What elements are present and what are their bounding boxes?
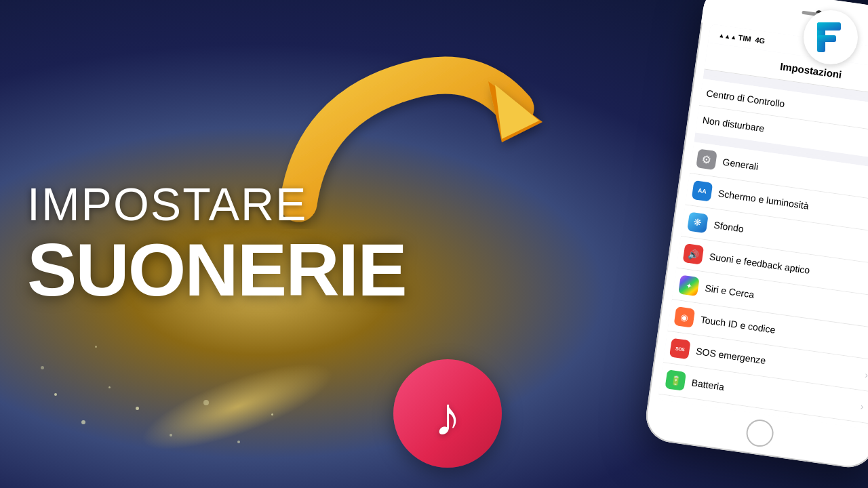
schermo-icon: AA [692,180,713,202]
home-button[interactable] [745,418,775,449]
sos-icon: SOS [669,338,691,360]
impostare-label: IMPOSTARE [27,181,406,227]
main-text-block: IMPOSTARE SUONERIE [27,181,406,307]
network-type: 4G [755,36,766,45]
generali-icon: ⚙ [696,148,717,170]
itunes-logo: ♪ [393,359,502,468]
chevron-icon: › [860,401,865,411]
carrier-name: TIM [738,33,751,43]
carrier-signal: ▲▲▲ TIM 4G [718,30,766,45]
logo-f-icon [810,17,851,58]
iphone-screen: ▲▲▲ TIM 4G 13:36 ▊▊ ⬡ Impostazioni C [658,24,868,429]
sfondo-icon: ❋ [687,211,709,233]
signal-bars: ▲▲▲ [718,32,738,41]
brand-logo [804,10,858,64]
touchid-icon: ◉ [674,306,696,328]
music-note-icon: ♪ [434,386,461,448]
svg-rect-3 [817,22,841,30]
privacy-icon: ✋ [660,401,682,423]
ios-settings-screen: ▲▲▲ TIM 4G 13:36 ▊▊ ⬡ Impostazioni C [658,24,868,429]
suonerie-label: SUONERIE [27,232,406,307]
chevron-icon: › [864,369,868,380]
suoni-icon: 🔊 [683,243,705,265]
batteria-icon: 🔋 [665,369,686,391]
svg-rect-4 [817,35,836,42]
settings-main-group: ⚙ Generali 1 › AA Schermo e luminosità ›… [658,142,868,429]
siri-icon: ✦ [678,275,700,297]
